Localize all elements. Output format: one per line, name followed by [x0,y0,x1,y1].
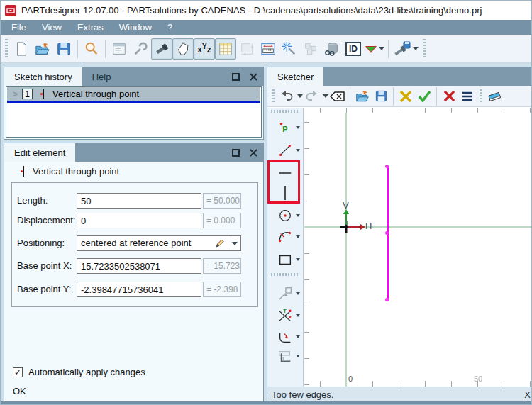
apply-changes-icon[interactable] [415,88,433,105]
circle-tool[interactable] [269,205,301,226]
fillet-tool[interactable] [269,326,301,348]
sketch-history-header: Sketch history Help [4,67,263,86]
box-dimension-icon[interactable] [236,38,257,60]
menu-icon[interactable] [458,88,477,105]
undo-dropdown-icon[interactable] [297,94,303,98]
tool-dropdown-caret[interactable] [296,149,300,152]
dropdown-caret [379,47,384,50]
menu-view[interactable]: View [34,20,70,35]
wrench-settings-icon[interactable] [130,38,151,60]
view-variables-icon[interactable]: xYz [194,38,215,60]
tab-edit-element: Edit element [4,143,75,162]
line-midpoint[interactable] [385,231,389,235]
maximize-icon[interactable] [232,149,240,157]
magic-wand-icon[interactable] [279,38,300,60]
tool-dropdown-caret[interactable] [296,355,300,357]
sketcher-header: Sketcher [267,67,531,86]
tool-dropdown-caret[interactable] [296,126,300,129]
open-project-icon[interactable] [32,38,53,60]
discard-changes-icon[interactable] [397,88,415,105]
menu-window[interactable]: Window [111,20,160,35]
menu-file[interactable]: File [4,20,34,35]
point-tool[interactable]: P [269,117,301,138]
base-point-x-input[interactable] [77,258,201,274]
element-type-row: Vertical through point [20,166,119,177]
ruler-label-zero: 0 [348,375,353,383]
view-sketch-icon[interactable] [172,38,194,60]
pencil-icon[interactable] [215,238,225,248]
base-point-y-input[interactable] [77,282,201,297]
trim-tool[interactable]: T [269,305,301,326]
zoom-search-icon[interactable] [81,38,102,60]
length-input[interactable] [77,193,201,209]
eraser-icon[interactable] [485,88,504,105]
svg-text:L: L [282,356,285,361]
view-table-icon[interactable] [215,38,236,60]
maximize-icon[interactable] [232,73,240,81]
delete-element-icon[interactable] [440,88,458,105]
rectangle-tool[interactable] [269,249,301,270]
palette-grip[interactable] [271,110,298,113]
new-document-icon[interactable] [11,38,32,60]
tool-dropdown-caret[interactable] [296,214,300,217]
save-icon[interactable] [53,38,74,60]
profile-tool[interactable]: L [269,345,301,367]
window-title: PARTdesigner 12.07.00 - PARTsolutions by… [21,5,482,16]
redo-dropdown-icon[interactable] [323,94,328,98]
tool-dropdown-caret[interactable] [296,235,300,238]
row-index: 1 [22,89,33,99]
view-3d-bolt-icon[interactable] [151,38,172,60]
screw-save-icon[interactable] [392,38,420,60]
toolbar-grip[interactable] [480,89,482,104]
toolbar-grip[interactable] [272,89,275,104]
tool-dropdown-caret[interactable] [296,335,300,338]
vertical-line-icon [40,89,47,99]
history-row-vertical-through-point[interactable]: > 1 Vertical through point [7,87,260,101]
ok-status: OK [13,386,26,396]
tool-dropdown-caret[interactable] [296,258,300,261]
cylinder-view-icon[interactable] [321,38,343,60]
line-endpoint-top[interactable] [385,165,389,168]
menu-help[interactable]: ? [160,20,180,35]
redo-icon[interactable] [303,88,321,105]
auto-apply-checkbox[interactable]: ✓ [13,367,23,377]
tab-sketch-history[interactable]: Sketch history [4,67,82,86]
arc-tool[interactable] [269,226,301,248]
undo-icon[interactable] [277,88,296,105]
sketch-history-panel: Sketch history Help > 1 Vertical through… [4,67,264,140]
toolbar-separator [388,40,389,58]
close-icon[interactable] [250,149,257,157]
blocks-3d-icon[interactable] [300,38,321,60]
tab-help[interactable]: Help [82,67,121,86]
combo-caret-icon[interactable] [232,242,238,245]
selection-indicator [7,101,260,103]
line-tool[interactable] [269,140,301,161]
tool-dropdown-caret[interactable] [296,292,300,295]
app-window: PARTdesigner 12.07.00 - PARTsolutions by… [0,0,532,405]
id-display-icon[interactable]: ID [343,38,364,60]
line-endpoint-bottom[interactable] [385,298,389,301]
displacement-input[interactable] [77,213,201,228]
base-point-x-computed: = 15.723 [203,258,241,274]
window-list-icon[interactable] [109,38,130,60]
positioning-dropdown[interactable]: centered at reference point [77,235,241,251]
measure-ruler-icon[interactable] [257,38,279,60]
save-sketch-icon[interactable] [372,88,390,105]
menu-extras[interactable]: Extras [70,20,111,35]
backspace-delete-icon[interactable] [328,88,347,105]
toolbar-grip[interactable] [5,39,8,59]
positioning-label: Positioning: [17,235,77,251]
tool-dropdown-caret[interactable] [296,314,300,317]
tab-sketcher: Sketcher [267,67,323,86]
toolbar-grip[interactable] [423,39,426,59]
export-dropdown-icon[interactable] [364,38,385,60]
sketch-canvas[interactable]: V H 0 50 P [267,108,531,387]
open-sketch-icon[interactable] [353,88,372,105]
title-bar: PARTdesigner 12.07.00 - PARTsolutions by… [1,1,531,20]
toolbar-separator [77,40,78,58]
projection-tool[interactable] [269,283,301,304]
expander-icon[interactable]: > [13,89,18,99]
close-icon[interactable] [250,73,257,81]
auto-apply-row: ✓ Automatically apply changes [13,367,145,377]
positioning-value: centered at reference point [81,238,191,248]
